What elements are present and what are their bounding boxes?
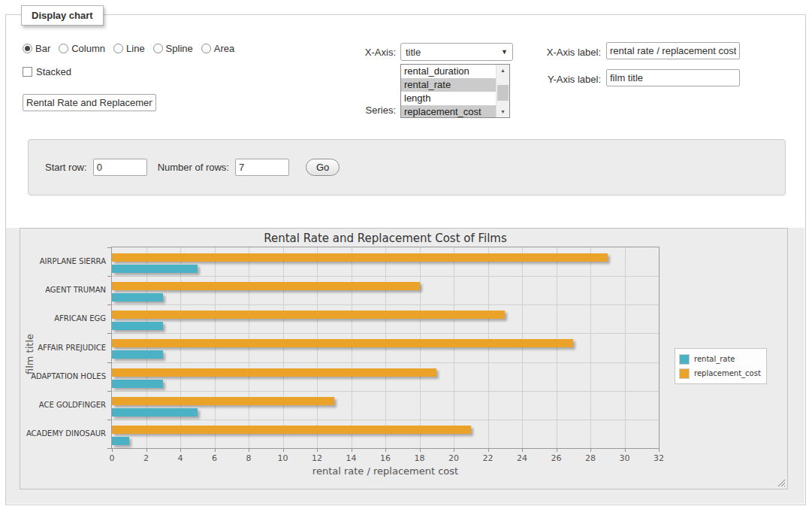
go-button[interactable]: Go — [306, 159, 340, 176]
x-tickmark — [317, 449, 318, 452]
rental_rate-bar — [112, 293, 163, 301]
radio-label: Line — [126, 43, 145, 54]
x-tickmark — [215, 449, 216, 452]
x-tickmark — [557, 449, 557, 452]
x-tickmark — [590, 449, 591, 452]
y-axis-label-input[interactable] — [606, 69, 740, 86]
chart-type-radio-area[interactable]: Area — [201, 43, 234, 54]
x-tick-label: 16 — [370, 453, 400, 463]
radio-label: Bar — [35, 43, 50, 54]
x-tick-label: 12 — [302, 453, 332, 463]
x-axis-selected-value: title — [406, 47, 501, 58]
stacked-checkbox[interactable] — [23, 67, 32, 77]
stacked-label: Stacked — [36, 66, 71, 77]
x-tick-label: 6 — [200, 453, 230, 463]
y-tickmark — [107, 247, 111, 248]
series-listbox-items: rental_durationrental_ratelengthreplacem… — [401, 65, 497, 117]
x-axis-select[interactable]: title ▼ — [400, 43, 513, 61]
y-tickmark — [107, 391, 111, 392]
rental_rate-bar — [112, 408, 198, 417]
x-axis-label-caption: X-Axis label: — [533, 47, 601, 58]
series-listbox[interactable]: rental_durationrental_ratelengthreplacem… — [400, 64, 510, 118]
chart-type-radio-spline[interactable]: Spline — [153, 43, 193, 54]
series-option-rental_rate[interactable]: rental_rate — [401, 78, 497, 92]
scrollbar-thumb[interactable] — [497, 85, 509, 101]
x-tickmark — [283, 449, 284, 452]
y-tickmark — [107, 333, 111, 334]
chart-type-radio-group: BarColumnLineSplineArea — [23, 41, 234, 55]
replacement_cost-swatch — [679, 368, 690, 379]
x-tick-label: 24 — [507, 453, 537, 463]
number-of-rows-input[interactable] — [235, 159, 289, 176]
series-listbox-label: Series: — [343, 105, 396, 116]
x-tick-label: 8 — [234, 453, 264, 463]
series-listbox-scrollbar[interactable]: ▲ ▼ — [496, 65, 509, 117]
x-tick-label: 2 — [131, 453, 161, 463]
x-tick-label: 26 — [542, 453, 572, 463]
rental_rate-bar — [112, 380, 163, 388]
rental_rate-bar — [112, 322, 163, 330]
plot-border — [111, 247, 660, 449]
y-category-label: ACE GOLDFINGER — [19, 401, 106, 409]
radio-icon — [59, 44, 68, 53]
x-tickmark — [146, 449, 147, 452]
x-tickmark — [454, 449, 454, 452]
x-tickmark — [420, 449, 421, 452]
y-axis-title: film title — [24, 322, 35, 374]
replacement_cost-bar — [112, 397, 334, 405]
y-tickmark — [107, 276, 111, 277]
y-tickmark — [107, 362, 111, 363]
x-tickmark — [249, 449, 249, 452]
series-option-rental_duration[interactable]: rental_duration — [401, 65, 497, 78]
y-tickmark — [107, 420, 111, 420]
radio-label: Spline — [166, 43, 193, 54]
chart-type-radio-bar[interactable]: Bar — [23, 43, 50, 54]
replacement_cost-bar — [112, 368, 436, 377]
start-row-label: Start row: — [45, 162, 87, 173]
chart-title-input[interactable] — [23, 94, 156, 111]
replacement_cost-bar — [112, 282, 420, 290]
x-tickmark — [352, 449, 352, 452]
y-axis-label-caption: Y-Axis label: — [533, 74, 601, 85]
x-tickmark — [522, 449, 523, 452]
radio-icon — [113, 44, 123, 53]
x-tickmark — [180, 449, 181, 452]
radio-label: Column — [71, 43, 105, 54]
legend-label: replacement_cost — [694, 369, 761, 377]
resize-handle-icon[interactable] — [777, 478, 785, 486]
stacked-checkbox-row[interactable]: Stacked — [23, 65, 71, 77]
rental_rate-swatch — [679, 354, 690, 365]
fieldset-legend: Display chart — [21, 5, 104, 26]
x-axis-label-input[interactable] — [606, 42, 740, 59]
x-tick-label: 18 — [405, 453, 435, 463]
y-tickmark — [107, 304, 111, 305]
series-option-replacement_cost[interactable]: replacement_cost — [401, 105, 497, 118]
x-tick-label: 30 — [610, 453, 640, 463]
x-tickmark — [625, 449, 626, 452]
replacement_cost-bar — [112, 253, 608, 262]
x-tickmark — [112, 449, 113, 452]
x-tickmark — [659, 449, 660, 452]
x-axis-title: rental rate / replacement cost — [112, 465, 659, 477]
start-row-input[interactable] — [93, 159, 147, 176]
chart-legend: rental_ratereplacement_cost — [675, 348, 767, 384]
chart-type-radio-column[interactable]: Column — [59, 43, 105, 54]
scroll-down-icon[interactable]: ▼ — [497, 106, 509, 117]
row-params-row: Start row: Number of rows: Go — [45, 159, 340, 176]
y-category-label: ACADEMY DINOSAUR — [19, 429, 106, 438]
rental_rate-bar — [112, 265, 198, 273]
rental_rate-bar — [112, 350, 163, 359]
radio-icon — [201, 44, 211, 53]
replacement_cost-bar — [112, 311, 505, 319]
series-option-length[interactable]: length — [401, 92, 497, 105]
x-tick-label: 10 — [268, 453, 298, 463]
y-category-label: AIRPLANE SIERRA — [19, 257, 106, 265]
chart-section: Rental Rate and Replacement Cost of Film… — [6, 228, 804, 504]
scroll-up-icon[interactable]: ▲ — [497, 65, 509, 76]
radio-label: Area — [214, 43, 234, 54]
chart-title: Rental Rate and Replacement Cost of Film… — [112, 232, 659, 245]
x-tick-label: 20 — [439, 453, 469, 463]
chevron-down-icon: ▼ — [501, 48, 508, 56]
chart-type-radio-line[interactable]: Line — [113, 43, 145, 54]
legend-row-replacement_cost: replacement_cost — [679, 366, 761, 380]
